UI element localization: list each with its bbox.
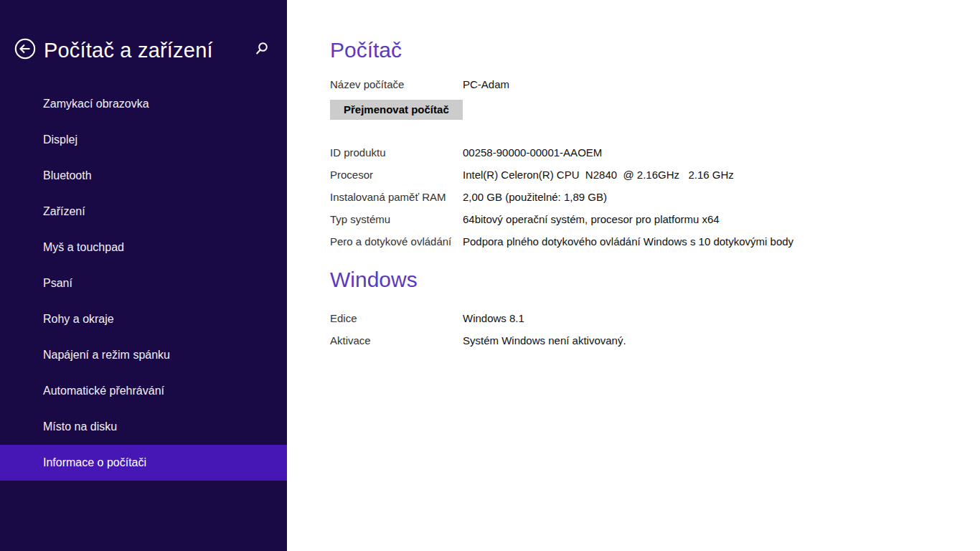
sidebar-item-label: Myš a touchpad xyxy=(43,241,124,254)
row-label: Aktivace xyxy=(330,334,463,347)
sidebar-item-label: Displej xyxy=(43,133,77,146)
settings-sidebar: Počítač a zařízení Zamykací obrazovka Di… xyxy=(0,0,287,551)
sidebar-item-power-sleep[interactable]: Napájení a režim spánku xyxy=(0,337,287,373)
windows-section-title: Windows xyxy=(330,267,980,293)
row-label: Edice xyxy=(330,311,463,325)
sidebar-header: Počítač a zařízení xyxy=(0,34,287,66)
sidebar-item-pc-info[interactable]: Informace o počítači xyxy=(0,445,287,481)
row-value: Podpora plného dotykového ovládání Windo… xyxy=(463,235,793,248)
main-content: Počítač Název počítače PC-Adam Přejmenov… xyxy=(330,0,980,356)
edition-row: Edice Windows 8.1 xyxy=(330,311,980,325)
sidebar-item-mouse-touchpad[interactable]: Myš a touchpad xyxy=(0,230,287,265)
row-label: Instalovaná paměť RAM xyxy=(330,190,463,204)
computer-section-title: Počítač xyxy=(330,37,980,63)
row-label: Pero a dotykové ovládání xyxy=(330,235,463,248)
row-value: Systém Windows není aktivovaný. xyxy=(463,334,626,347)
row-label: Název počítače xyxy=(330,77,463,91)
back-button[interactable] xyxy=(14,39,36,61)
sidebar-item-bluetooth[interactable]: Bluetooth xyxy=(0,158,287,194)
row-value: Windows 8.1 xyxy=(463,311,524,325)
row-value: Intel(R) Celeron(R) CPU N2840 @ 2.16GHz … xyxy=(463,168,734,182)
page-title: Počítač a zařízení xyxy=(44,39,253,62)
product-id-row: ID produktu 00258-90000-00001-AAOEM xyxy=(330,146,980,159)
computer-name-row: Název počítače PC-Adam xyxy=(330,77,980,91)
sidebar-item-label: Napájení a režim spánku xyxy=(43,349,170,362)
sidebar-item-corners-edges[interactable]: Rohy a okraje xyxy=(0,301,287,337)
row-value: 64bitový operační systém, procesor pro p… xyxy=(463,212,720,226)
computer-name-value: PC-Adam xyxy=(463,77,509,91)
row-label: Procesor xyxy=(330,168,463,182)
back-arrow-icon xyxy=(14,38,36,62)
sidebar-item-display[interactable]: Displej xyxy=(0,122,287,158)
sidebar-item-label: Zařízení xyxy=(43,205,85,218)
row-value: 2,00 GB (použitelné: 1,89 GB) xyxy=(463,190,607,204)
search-icon xyxy=(254,41,270,60)
sidebar-item-label: Automatické přehrávání xyxy=(43,385,164,397)
installed-ram-row: Instalovaná paměť RAM 2,00 GB (použiteln… xyxy=(330,190,980,204)
sidebar-nav: Zamykací obrazovka Displej Bluetooth Zař… xyxy=(0,86,287,481)
sidebar-item-label: Rohy a okraje xyxy=(43,313,114,326)
sidebar-item-label: Informace o počítači xyxy=(43,456,146,469)
row-label: Typ systému xyxy=(330,212,463,226)
row-label: ID produktu xyxy=(330,146,463,159)
system-type-row: Typ systému 64bitový operační systém, pr… xyxy=(330,212,980,226)
search-button[interactable] xyxy=(253,41,271,60)
sidebar-item-autoplay[interactable]: Automatické přehrávání xyxy=(0,373,287,409)
sidebar-item-label: Bluetooth xyxy=(43,169,92,182)
sidebar-item-devices[interactable]: Zařízení xyxy=(0,194,287,230)
sidebar-item-disk-space[interactable]: Místo na disku xyxy=(0,409,287,445)
pen-touch-row: Pero a dotykové ovládání Podpora plného … xyxy=(330,235,980,248)
sidebar-item-typing[interactable]: Psaní xyxy=(0,265,287,301)
processor-row: Procesor Intel(R) Celeron(R) CPU N2840 @… xyxy=(330,168,980,182)
row-value: 00258-90000-00001-AAOEM xyxy=(463,146,602,159)
computer-details: ID produktu 00258-90000-00001-AAOEM Proc… xyxy=(330,146,980,248)
sidebar-item-label: Zamykací obrazovka xyxy=(43,98,149,110)
activation-row: Aktivace Systém Windows není aktivovaný. xyxy=(330,334,980,347)
sidebar-item-label: Místo na disku xyxy=(43,420,117,433)
windows-details: Edice Windows 8.1 Aktivace Systém Window… xyxy=(330,311,980,347)
sidebar-item-label: Psaní xyxy=(43,277,72,290)
sidebar-item-lock-screen[interactable]: Zamykací obrazovka xyxy=(0,86,287,122)
rename-pc-button[interactable]: Přejmenovat počítač xyxy=(330,100,463,120)
